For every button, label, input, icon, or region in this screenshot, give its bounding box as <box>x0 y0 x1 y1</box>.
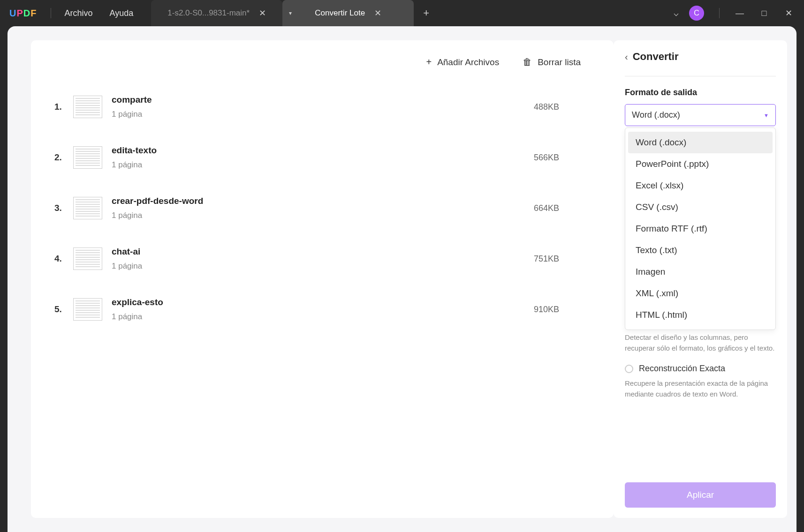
list-item[interactable]: 1. comparte 1 página 488KB <box>54 82 590 132</box>
list-item[interactable]: 3. crear-pdf-desde-word 1 página 664KB <box>54 183 590 233</box>
radio-exact-reconstruction[interactable]: Reconstrucción Exacta <box>625 364 776 374</box>
dropdown-option-image[interactable]: Imagen <box>628 261 773 283</box>
minimize-icon[interactable]: — <box>735 8 745 18</box>
radio-label: Reconstrucción Exacta <box>639 364 725 374</box>
maximize-icon[interactable]: □ <box>759 8 769 18</box>
close-icon[interactable]: ✕ <box>374 8 381 18</box>
clear-list-button[interactable]: 🗑 Borrar lista <box>523 57 581 67</box>
file-size: 664KB <box>534 203 590 213</box>
dropdown-option-excel[interactable]: Excel (.xlsx) <box>628 175 773 196</box>
file-name: chat-ai <box>112 247 534 257</box>
file-size: 488KB <box>534 102 590 112</box>
sidebar-title: Convertir <box>633 51 679 63</box>
file-meta: 1 página <box>112 211 534 220</box>
separator <box>719 8 720 18</box>
dropdown-option-rtf[interactable]: Formato RTF (.rtf) <box>628 218 773 240</box>
titlebar-right: ⌵ C — □ ✕ <box>674 6 804 21</box>
file-meta: 1 página <box>112 312 534 322</box>
file-name: edita-texto <box>112 145 534 156</box>
dropdown-option-csv[interactable]: CSV (.csv) <box>628 196 773 218</box>
tab-label: Convertir Lote <box>315 8 365 18</box>
thumbnail <box>73 197 102 219</box>
workspace: + Añadir Archivos 🗑 Borrar lista 1. comp… <box>8 26 796 532</box>
row-number: 4. <box>54 254 73 264</box>
sidebar-header: ‹ Convertir <box>625 51 776 63</box>
file-size: 566KB <box>534 153 590 163</box>
file-info: explica-esto 1 página <box>112 297 534 322</box>
row-number: 2. <box>54 152 73 163</box>
new-tab-button[interactable]: + <box>414 7 439 19</box>
row-number: 5. <box>54 304 73 315</box>
format-dropdown: Word (.docx) PowerPoint (.pptx) Excel (.… <box>625 127 776 330</box>
file-meta: 1 página <box>112 262 534 271</box>
tab-bar: 1-s2.0-S0...9831-main* ✕ ▾ Convertir Lot… <box>151 0 439 26</box>
hint-text: Detectar el diseño y las columnas, pero … <box>625 332 776 353</box>
close-icon[interactable]: ✕ <box>259 8 266 18</box>
dropdown-option-xml[interactable]: XML (.xml) <box>628 283 773 304</box>
file-info: comparte 1 página <box>112 95 534 119</box>
tab-batch-convert[interactable]: ▾ Convertir Lote ✕ <box>282 0 414 26</box>
plus-icon: + <box>426 57 432 67</box>
list-item[interactable]: 2. edita-texto 1 página 566KB <box>54 132 590 183</box>
chevron-down-icon[interactable]: ⌵ <box>674 8 679 18</box>
menu-file[interactable]: Archivo <box>56 8 101 18</box>
chevron-down-icon: ▼ <box>764 112 769 118</box>
separator <box>51 8 51 18</box>
file-size: 751KB <box>534 254 590 264</box>
file-info: edita-texto 1 página <box>112 145 534 170</box>
dropdown-option-html[interactable]: HTML (.html) <box>628 304 773 326</box>
add-files-button[interactable]: + Añadir Archivos <box>426 57 499 67</box>
sidebar-convert: ‹ Convertir Formato de salida Word (.doc… <box>614 40 787 518</box>
app-logo: UPDF <box>0 8 46 19</box>
file-name: crear-pdf-desde-word <box>112 196 534 206</box>
chevron-down-icon[interactable]: ▾ <box>289 10 292 16</box>
divider <box>625 76 776 76</box>
apply-button[interactable]: Aplicar <box>625 482 776 508</box>
row-number: 1. <box>54 102 73 112</box>
thumbnail <box>73 96 102 118</box>
file-info: crear-pdf-desde-word 1 página <box>112 196 534 220</box>
button-label: Añadir Archivos <box>437 57 499 67</box>
row-number: 3. <box>54 203 73 213</box>
file-list: 1. comparte 1 página 488KB 2. edita-text… <box>50 82 595 335</box>
tab-label: 1-s2.0-S0...9831-main* <box>167 8 250 18</box>
output-format-select[interactable]: Word (.docx) ▼ <box>625 104 776 126</box>
window-controls: — □ ✕ <box>735 8 794 18</box>
main-toolbar: + Añadir Archivos 🗑 Borrar lista <box>50 50 595 82</box>
dropdown-option-powerpoint[interactable]: PowerPoint (.pptx) <box>628 153 773 175</box>
titlebar: UPDF Archivo Ayuda 1-s2.0-S0...9831-main… <box>0 0 804 26</box>
list-item[interactable]: 5. explica-esto 1 página 910KB <box>54 284 590 335</box>
user-avatar[interactable]: C <box>689 6 704 21</box>
tab-document[interactable]: 1-s2.0-S0...9831-main* ✕ <box>151 0 282 26</box>
selected-value: Word (.docx) <box>632 110 680 120</box>
file-name: explica-esto <box>112 297 534 307</box>
dropdown-option-word[interactable]: Word (.docx) <box>628 132 773 153</box>
file-size: 910KB <box>534 305 590 315</box>
file-meta: 1 página <box>112 160 534 170</box>
layout-options: Detectar el diseño y las columnas, pero … <box>625 332 776 410</box>
dropdown-option-text[interactable]: Texto (.txt) <box>628 240 773 261</box>
output-format-label: Formato de salida <box>625 88 776 97</box>
file-name: comparte <box>112 95 534 105</box>
thumbnail <box>73 146 102 169</box>
file-info: chat-ai 1 página <box>112 247 534 271</box>
thumbnail <box>73 298 102 321</box>
list-item[interactable]: 4. chat-ai 1 página 751KB <box>54 233 590 284</box>
file-meta: 1 página <box>112 110 534 119</box>
close-icon[interactable]: ✕ <box>783 8 794 18</box>
hint-text: Recupere la presentación exacta de la pá… <box>625 378 776 399</box>
button-label: Borrar lista <box>538 57 581 67</box>
back-icon[interactable]: ‹ <box>625 52 628 62</box>
trash-icon: 🗑 <box>523 57 532 67</box>
main-panel: + Añadir Archivos 🗑 Borrar lista 1. comp… <box>31 40 614 518</box>
menu-help[interactable]: Ayuda <box>101 8 142 18</box>
thumbnail <box>73 247 102 270</box>
radio-icon <box>625 365 633 373</box>
